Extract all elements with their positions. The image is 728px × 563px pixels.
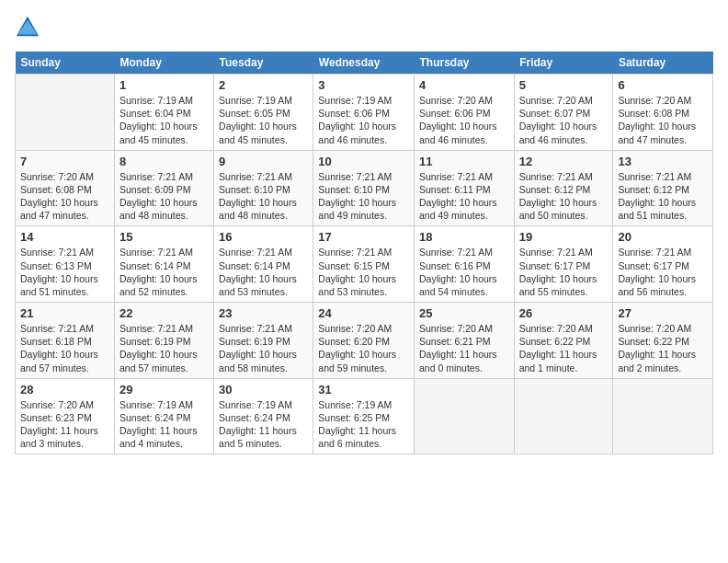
cell-info: Sunrise: 7:21 AM Sunset: 6:11 PM Dayligh… [419,171,497,222]
calendar-cell: 22Sunrise: 7:21 AM Sunset: 6:19 PM Dayli… [114,303,213,379]
day-number: 23 [219,306,308,320]
cell-info: Sunrise: 7:21 AM Sunset: 6:19 PM Dayligh… [219,323,297,373]
cell-info: Sunrise: 7:21 AM Sunset: 6:10 PM Dayligh… [219,171,297,222]
cell-info: Sunrise: 7:19 AM Sunset: 6:04 PM Dayligh… [119,95,198,145]
calendar-cell [16,75,115,151]
calendar-cell: 19Sunrise: 7:21 AM Sunset: 6:17 PM Dayli… [514,226,613,303]
day-number: 22 [119,306,209,320]
calendar-cell: 16Sunrise: 7:21 AM Sunset: 6:14 PM Dayli… [214,226,313,303]
day-header-monday: Monday [114,52,213,75]
calendar-cell: 25Sunrise: 7:20 AM Sunset: 6:21 PM Dayli… [414,303,514,379]
logo-icon [15,15,40,40]
cell-info: Sunrise: 7:20 AM Sunset: 6:20 PM Dayligh… [318,323,396,373]
cell-info: Sunrise: 7:19 AM Sunset: 6:05 PM Dayligh… [219,95,297,145]
calendar-cell: 23Sunrise: 7:21 AM Sunset: 6:19 PM Dayli… [214,303,313,379]
day-header-thursday: Thursday [414,52,514,75]
calendar-cell: 8Sunrise: 7:21 AM Sunset: 6:09 PM Daylig… [114,150,213,226]
week-row-4: 21Sunrise: 7:21 AM Sunset: 6:18 PM Dayli… [16,303,713,379]
cell-info: Sunrise: 7:19 AM Sunset: 6:24 PM Dayligh… [219,399,297,450]
cell-info: Sunrise: 7:21 AM Sunset: 6:15 PM Dayligh… [318,247,396,297]
calendar-cell: 1Sunrise: 7:19 AM Sunset: 6:04 PM Daylig… [114,75,213,151]
day-number: 26 [519,306,609,320]
cell-info: Sunrise: 7:20 AM Sunset: 6:23 PM Dayligh… [20,399,98,450]
calendar-cell: 20Sunrise: 7:21 AM Sunset: 6:17 PM Dayli… [613,226,713,303]
calendar-cell: 12Sunrise: 7:21 AM Sunset: 6:12 PM Dayli… [514,150,613,226]
calendar-cell [414,378,514,454]
day-number: 13 [618,155,708,168]
day-number: 8 [119,155,209,168]
calendar-cell: 6Sunrise: 7:20 AM Sunset: 6:08 PM Daylig… [613,75,713,151]
day-number: 3 [318,78,409,92]
cell-info: Sunrise: 7:19 AM Sunset: 6:25 PM Dayligh… [318,399,396,450]
calendar-cell: 18Sunrise: 7:21 AM Sunset: 6:16 PM Dayli… [414,226,514,303]
cell-info: Sunrise: 7:20 AM Sunset: 6:22 PM Dayligh… [618,323,696,373]
day-number: 18 [419,230,509,244]
cell-info: Sunrise: 7:20 AM Sunset: 6:07 PM Dayligh… [519,95,597,145]
day-number: 5 [519,78,609,92]
day-number: 6 [618,78,708,92]
calendar-cell: 7Sunrise: 7:20 AM Sunset: 6:08 PM Daylig… [16,150,115,226]
calendar-cell: 13Sunrise: 7:21 AM Sunset: 6:12 PM Dayli… [613,150,713,226]
day-number: 28 [20,383,109,396]
day-number: 16 [219,230,308,244]
day-number: 1 [119,78,209,92]
day-header-friday: Friday [514,52,613,75]
calendar-cell: 21Sunrise: 7:21 AM Sunset: 6:18 PM Dayli… [16,303,115,379]
cell-info: Sunrise: 7:21 AM Sunset: 6:09 PM Dayligh… [119,171,198,222]
day-number: 30 [219,383,308,396]
svg-marker-1 [18,20,38,35]
calendar-cell: 30Sunrise: 7:19 AM Sunset: 6:24 PM Dayli… [214,378,313,454]
calendar-cell [514,378,613,454]
calendar-cell: 27Sunrise: 7:20 AM Sunset: 6:22 PM Dayli… [613,303,713,379]
cell-info: Sunrise: 7:21 AM Sunset: 6:13 PM Dayligh… [20,247,98,297]
day-number: 20 [618,230,708,244]
calendar-cell: 10Sunrise: 7:21 AM Sunset: 6:10 PM Dayli… [313,150,415,226]
calendar-cell: 11Sunrise: 7:21 AM Sunset: 6:11 PM Dayli… [414,150,514,226]
calendar-cell [613,378,713,454]
cell-info: Sunrise: 7:21 AM Sunset: 6:17 PM Dayligh… [519,247,597,297]
cell-info: Sunrise: 7:21 AM Sunset: 6:14 PM Dayligh… [119,247,198,297]
day-number: 4 [419,78,509,92]
day-number: 19 [519,230,609,244]
day-number: 17 [318,230,409,244]
cell-info: Sunrise: 7:19 AM Sunset: 6:06 PM Dayligh… [318,95,396,145]
cell-info: Sunrise: 7:21 AM Sunset: 6:14 PM Dayligh… [219,247,297,297]
calendar-cell: 28Sunrise: 7:20 AM Sunset: 6:23 PM Dayli… [16,378,115,454]
cell-info: Sunrise: 7:21 AM Sunset: 6:19 PM Dayligh… [119,323,198,373]
logo [15,15,44,40]
calendar-table: SundayMondayTuesdayWednesdayThursdayFrid… [15,52,713,454]
cell-info: Sunrise: 7:21 AM Sunset: 6:16 PM Dayligh… [419,247,497,297]
cell-info: Sunrise: 7:20 AM Sunset: 6:22 PM Dayligh… [519,323,597,373]
calendar-cell: 5Sunrise: 7:20 AM Sunset: 6:07 PM Daylig… [514,75,613,151]
day-number: 21 [20,306,109,320]
cell-info: Sunrise: 7:20 AM Sunset: 6:08 PM Dayligh… [618,95,696,145]
calendar-cell: 3Sunrise: 7:19 AM Sunset: 6:06 PM Daylig… [313,75,415,151]
week-row-3: 14Sunrise: 7:21 AM Sunset: 6:13 PM Dayli… [16,226,713,303]
day-header-tuesday: Tuesday [214,52,313,75]
cell-info: Sunrise: 7:19 AM Sunset: 6:24 PM Dayligh… [119,399,198,450]
calendar-cell: 31Sunrise: 7:19 AM Sunset: 6:25 PM Dayli… [313,378,415,454]
cell-info: Sunrise: 7:21 AM Sunset: 6:10 PM Dayligh… [318,171,396,222]
calendar-cell: 14Sunrise: 7:21 AM Sunset: 6:13 PM Dayli… [16,226,115,303]
week-row-5: 28Sunrise: 7:20 AM Sunset: 6:23 PM Dayli… [16,378,713,454]
day-number: 9 [219,155,308,168]
week-row-1: 1Sunrise: 7:19 AM Sunset: 6:04 PM Daylig… [16,75,713,151]
calendar-cell: 26Sunrise: 7:20 AM Sunset: 6:22 PM Dayli… [514,303,613,379]
cell-info: Sunrise: 7:20 AM Sunset: 6:08 PM Dayligh… [20,171,98,222]
cell-info: Sunrise: 7:20 AM Sunset: 6:21 PM Dayligh… [419,323,497,373]
calendar-cell: 9Sunrise: 7:21 AM Sunset: 6:10 PM Daylig… [214,150,313,226]
day-number: 29 [119,383,209,396]
cell-info: Sunrise: 7:21 AM Sunset: 6:18 PM Dayligh… [20,323,98,373]
cell-info: Sunrise: 7:20 AM Sunset: 6:06 PM Dayligh… [419,95,497,145]
page-header [15,15,713,40]
day-number: 2 [219,78,308,92]
calendar-cell: 2Sunrise: 7:19 AM Sunset: 6:05 PM Daylig… [214,75,313,151]
cell-info: Sunrise: 7:21 AM Sunset: 6:12 PM Dayligh… [618,171,696,222]
cell-info: Sunrise: 7:21 AM Sunset: 6:17 PM Dayligh… [618,247,696,297]
day-number: 14 [20,230,109,244]
calendar-cell: 4Sunrise: 7:20 AM Sunset: 6:06 PM Daylig… [414,75,514,151]
day-number: 24 [318,306,409,320]
day-number: 27 [618,306,708,320]
day-header-sunday: Sunday [16,52,115,75]
day-header-saturday: Saturday [613,52,713,75]
